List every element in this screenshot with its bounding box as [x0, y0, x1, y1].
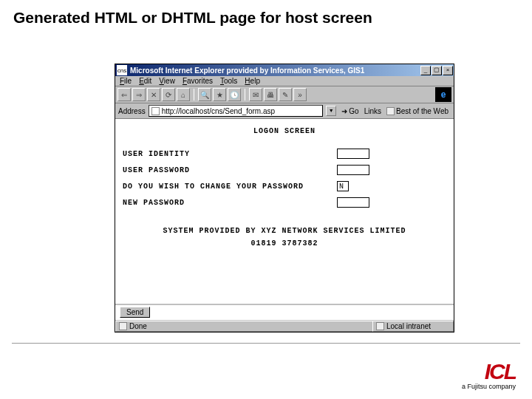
- page-heading: LOGON SCREEN: [123, 127, 446, 135]
- status-zone: Local intranet: [372, 321, 454, 332]
- row-user-password: USER PASSWORD: [123, 165, 446, 175]
- row-change-password: DO YOU WISH TO CHANGE YOUR PASSWORD: [123, 181, 446, 191]
- link-icon: [386, 107, 395, 115]
- mail-button[interactable]: ✉: [249, 88, 262, 101]
- back-button[interactable]: ⇐: [117, 88, 131, 101]
- titlebar: cns Microsoft Internet Explorer provided…: [115, 64, 454, 76]
- address-bar: Address http://localhost/cns/Send_form.a…: [115, 103, 454, 119]
- overflow-button[interactable]: »: [293, 88, 307, 101]
- footer-phone: 01819 3787382: [123, 239, 446, 248]
- toolbar-separator: [194, 89, 194, 100]
- footer-provider: SYSTEM PROVIDED BY XYZ NETWORK SERVICES …: [123, 227, 446, 235]
- menu-help[interactable]: Help: [245, 77, 260, 85]
- minimize-button[interactable]: _: [420, 66, 431, 75]
- refresh-button[interactable]: ⟳: [162, 88, 175, 101]
- status-page-icon: [119, 322, 127, 330]
- status-zone-text: Local intranet: [386, 322, 431, 330]
- menu-file[interactable]: File: [120, 77, 132, 85]
- links-item-label: Best of the Web: [396, 107, 449, 115]
- go-button[interactable]: ➜ Go: [339, 107, 361, 115]
- go-label: Go: [349, 107, 358, 115]
- brand-block: ICL a Fujitsu company: [462, 361, 516, 390]
- address-label: Address: [118, 107, 146, 115]
- app-icon: cns: [117, 65, 127, 75]
- home-button[interactable]: ⌂: [177, 88, 190, 101]
- input-change-password[interactable]: [337, 181, 349, 191]
- go-icon: ➜: [341, 107, 347, 115]
- label-user-password: USER PASSWORD: [123, 166, 337, 174]
- menu-edit[interactable]: Edit: [139, 77, 151, 85]
- links-label: Links: [364, 107, 381, 115]
- links-item[interactable]: Best of the Web: [384, 107, 451, 115]
- toolbar: ⇐ ⇒ ✕ ⟳ ⌂ 🔍 ★ 🕓 ✉ 🖶 ✎ » e: [115, 86, 454, 103]
- row-user-identity: USER IDENTITY: [123, 149, 446, 159]
- slide-divider: [12, 343, 520, 344]
- input-new-password[interactable]: [337, 197, 369, 208]
- status-text: Done: [129, 322, 147, 330]
- page-content: LOGON SCREEN USER IDENTITY USER PASSWORD…: [115, 119, 454, 304]
- menu-favorites[interactable]: Favorites: [183, 77, 213, 85]
- send-button[interactable]: Send: [120, 307, 150, 318]
- menu-view[interactable]: View: [159, 77, 175, 85]
- page-icon: [151, 107, 160, 115]
- address-dropdown-button[interactable]: ▼: [326, 106, 336, 116]
- label-change-password: DO YOU WISH TO CHANGE YOUR PASSWORD: [123, 183, 337, 191]
- browser-window: cns Microsoft Internet Explorer provided…: [115, 64, 454, 332]
- slide-title: Generated HTML or DHTML page for host sc…: [0, 0, 532, 30]
- address-url: http://localhost/cns/Send_form.asp: [162, 107, 275, 115]
- stop-button[interactable]: ✕: [147, 88, 160, 101]
- brand-subtitle: a Fujitsu company: [462, 383, 516, 390]
- toolbar-separator: [245, 89, 245, 100]
- edit-button[interactable]: ✎: [279, 88, 292, 101]
- history-button[interactable]: 🕓: [228, 88, 241, 101]
- zone-icon: [376, 322, 384, 330]
- row-new-password: NEW PASSWORD: [123, 197, 446, 208]
- print-button[interactable]: 🖶: [264, 88, 277, 101]
- address-input[interactable]: http://localhost/cns/Send_form.asp: [149, 105, 324, 117]
- ie-logo-icon: e: [435, 87, 451, 102]
- forward-button[interactable]: ⇒: [132, 88, 146, 101]
- menu-bar: File Edit View Favorites Tools Help: [115, 76, 454, 86]
- maximize-button[interactable]: ▢: [432, 66, 442, 75]
- input-user-password[interactable]: [337, 165, 369, 175]
- window-title: Microsoft Internet Explorer provided by …: [129, 66, 420, 75]
- brand-logo: ICL: [462, 361, 516, 381]
- label-user-identity: USER IDENTITY: [123, 150, 337, 158]
- send-row: Send: [115, 305, 454, 319]
- input-user-identity[interactable]: [337, 149, 369, 159]
- search-button[interactable]: 🔍: [198, 88, 211, 101]
- favorites-button[interactable]: ★: [213, 88, 226, 101]
- status-left: Done: [115, 321, 372, 332]
- status-bar: Done Local intranet: [115, 319, 454, 332]
- close-button[interactable]: ×: [443, 66, 453, 75]
- menu-tools[interactable]: Tools: [220, 77, 237, 85]
- label-new-password: NEW PASSWORD: [123, 199, 337, 207]
